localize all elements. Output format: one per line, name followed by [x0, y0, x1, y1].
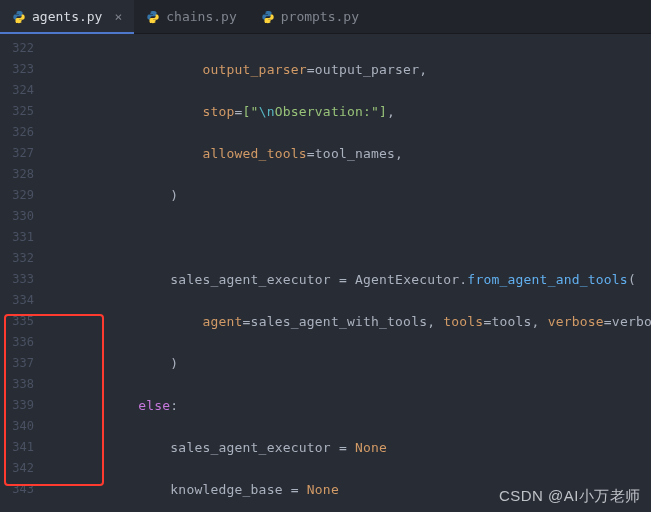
line-number: 335	[0, 311, 42, 332]
tab-label: chains.py	[166, 9, 236, 24]
line-number: 339	[0, 395, 42, 416]
code-line: output_parser=output_parser,	[74, 59, 651, 80]
line-number: 338	[0, 374, 42, 395]
line-number: 328	[0, 164, 42, 185]
close-icon[interactable]: ×	[114, 9, 122, 24]
line-number: 327	[0, 143, 42, 164]
line-number: 322	[0, 38, 42, 59]
line-number: 326	[0, 122, 42, 143]
tab-agents[interactable]: agents.py ×	[0, 0, 134, 33]
code-line: stop=["\nObservation:"],	[74, 101, 651, 122]
line-number-gutter: 322 323 324 325 326 327 328 329 330 331 …	[0, 34, 42, 512]
python-icon	[261, 10, 275, 24]
line-number: 340	[0, 416, 42, 437]
line-number: 330	[0, 206, 42, 227]
editor-tabs: agents.py × chains.py prompts.py	[0, 0, 651, 34]
code-line	[74, 227, 651, 248]
code-line: else:	[74, 395, 651, 416]
tab-chains[interactable]: chains.py	[134, 0, 248, 33]
code-line: )	[74, 353, 651, 374]
line-number: 332	[0, 248, 42, 269]
fold-gutter	[42, 34, 74, 512]
code-line: )	[74, 185, 651, 206]
code-line: sales_agent_executor = AgentExecutor.fro…	[74, 269, 651, 290]
code-line: sales_agent_executor = None	[74, 437, 651, 458]
line-number: 342	[0, 458, 42, 479]
line-number: 334	[0, 290, 42, 311]
line-number: 333	[0, 269, 42, 290]
tab-label: agents.py	[32, 9, 102, 24]
line-number: 343	[0, 479, 42, 500]
line-number: 329	[0, 185, 42, 206]
line-number: 336	[0, 332, 42, 353]
code-editor[interactable]: 322 323 324 325 326 327 328 329 330 331 …	[0, 34, 651, 512]
line-number: 323	[0, 59, 42, 80]
code-line: agent=sales_agent_with_tools, tools=tool…	[74, 311, 651, 332]
code-line: knowledge_base = None	[74, 479, 651, 500]
python-icon	[12, 10, 26, 24]
line-number: 341	[0, 437, 42, 458]
code-line: allowed_tools=tool_names,	[74, 143, 651, 164]
tab-label: prompts.py	[281, 9, 359, 24]
line-number: 331	[0, 227, 42, 248]
code-area[interactable]: output_parser=output_parser, stop=["\nOb…	[74, 34, 651, 512]
line-number: 324	[0, 80, 42, 101]
line-number: 337	[0, 353, 42, 374]
tab-prompts[interactable]: prompts.py	[249, 0, 371, 33]
python-icon	[146, 10, 160, 24]
line-number: 325	[0, 101, 42, 122]
